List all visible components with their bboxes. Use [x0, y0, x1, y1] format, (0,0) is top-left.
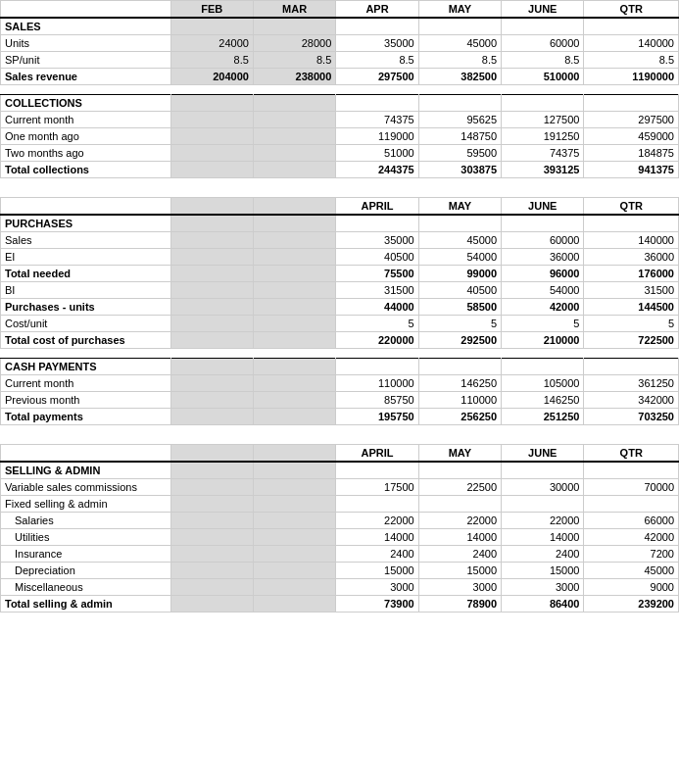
- cell-may: 8.5: [418, 52, 501, 69]
- table-row: Variable sales commissions 17500 22500 3…: [1, 479, 679, 496]
- header-mar: MAR: [253, 1, 335, 19]
- purchases-header-row: APRIL MAY JUNE QTR: [1, 198, 679, 216]
- gap-row: [1, 349, 679, 359]
- cell-apr: 35000: [336, 35, 418, 52]
- cell-apr: 8.5: [336, 52, 418, 69]
- row-label: Two months ago: [1, 145, 171, 162]
- table-row: Purchases - units 44000 58500 42000 1445…: [1, 299, 679, 316]
- row-label: Units: [1, 35, 171, 52]
- table-row: Total needed 75500 99000 96000 176000: [1, 266, 679, 282]
- cell-qtr: 140000: [584, 35, 679, 52]
- header-june: JUNE: [502, 1, 584, 19]
- header-feb: FEB: [170, 1, 253, 19]
- table-row: Total collections 244375 303875 393125 9…: [1, 162, 679, 178]
- cell-jun: 8.5: [502, 52, 584, 69]
- table-row: BI 31500 40500 54000 31500: [1, 282, 679, 299]
- gap-row: [1, 188, 679, 198]
- table-row: Current month 110000 146250 105000 36125…: [1, 375, 679, 392]
- table-row: Total selling & admin 73900 78900 86400 …: [1, 596, 679, 612]
- cell-jun: 510000: [502, 69, 584, 85]
- purchases-section-header: PURCHASES: [1, 215, 679, 232]
- header-may: MAY: [418, 1, 501, 19]
- cell-feb: 24000: [170, 35, 253, 52]
- table-row: Sales 35000 45000 60000 140000: [1, 232, 679, 249]
- table-row: SP/unit 8.5 8.5 8.5 8.5 8.5 8.5: [1, 52, 679, 69]
- collections-label: COLLECTIONS: [1, 95, 171, 112]
- gap-row: [1, 85, 679, 95]
- row-label: Total collections: [1, 162, 171, 178]
- header-apr: APR: [336, 1, 418, 19]
- cell-feb: 8.5: [170, 52, 253, 69]
- table-row: Units 24000 28000 35000 45000 60000 1400…: [1, 35, 679, 52]
- table-row: Sales revenue 204000 238000 297500 38250…: [1, 69, 679, 85]
- main-header-row: FEB MAR APR MAY JUNE QTR: [1, 1, 679, 19]
- cell-apr: 297500: [336, 69, 418, 85]
- table-row: Cost/unit 5 5 5 5: [1, 316, 679, 332]
- cell-qtr: 1190000: [584, 69, 679, 85]
- row-label: Current month: [1, 112, 171, 128]
- cell-may: 382500: [418, 69, 501, 85]
- table-row: Miscellaneous 3000 3000 3000 9000: [1, 579, 679, 596]
- table-row: Two months ago 51000 59500 74375 184875: [1, 145, 679, 162]
- cash-payments-label: CASH PAYMENTS: [1, 359, 171, 375]
- row-label: SP/unit: [1, 52, 171, 69]
- gap-row: [1, 178, 679, 188]
- table-row: Utilities 14000 14000 14000 42000: [1, 529, 679, 546]
- cell-mar: 238000: [253, 69, 335, 85]
- cell-mar: 8.5: [253, 52, 335, 69]
- header-qtr: QTR: [584, 1, 679, 19]
- table-row: Previous month 85750 110000 146250 34200…: [1, 392, 679, 409]
- table-row: Current month 74375 95625 127500 297500: [1, 112, 679, 128]
- selling-admin-label: SELLING & ADMIN: [1, 462, 171, 479]
- table-row: Salaries 22000 22000 22000 66000: [1, 513, 679, 529]
- selling-admin-section-header: SELLING & ADMIN: [1, 462, 679, 479]
- header-label: [1, 1, 171, 19]
- row-label: One month ago: [1, 128, 171, 145]
- cell-jun: 60000: [502, 35, 584, 52]
- cash-payments-section-header: CASH PAYMENTS: [1, 359, 679, 375]
- cell-feb: 204000: [170, 69, 253, 85]
- cell-may: 45000: [418, 35, 501, 52]
- cell-qtr: 8.5: [584, 52, 679, 69]
- purchases-label: PURCHASES: [1, 215, 171, 232]
- collections-section-header: COLLECTIONS: [1, 95, 679, 112]
- table-row: Depreciation 15000 15000 15000 45000: [1, 563, 679, 579]
- table-row: Fixed selling & admin: [1, 496, 679, 513]
- row-label: Sales revenue: [1, 69, 171, 85]
- table-row: One month ago 119000 148750 191250 45900…: [1, 128, 679, 145]
- table-row: Insurance 2400 2400 2400 7200: [1, 546, 679, 563]
- table-row: EI 40500 54000 36000 36000: [1, 249, 679, 266]
- gap-row: [1, 425, 679, 435]
- sales-section-header: SALES: [1, 18, 679, 35]
- table-row: Total payments 195750 256250 251250 7032…: [1, 409, 679, 425]
- spreadsheet: FEB MAR APR MAY JUNE QTR SALES Units 240…: [0, 0, 679, 612]
- table-row: Total cost of purchases 220000 292500 21…: [1, 332, 679, 349]
- gap-row: [1, 435, 679, 445]
- sales-label: SALES: [1, 18, 171, 35]
- cell-mar: 28000: [253, 35, 335, 52]
- selling-admin-header-row: APRIL MAY JUNE QTR: [1, 445, 679, 463]
